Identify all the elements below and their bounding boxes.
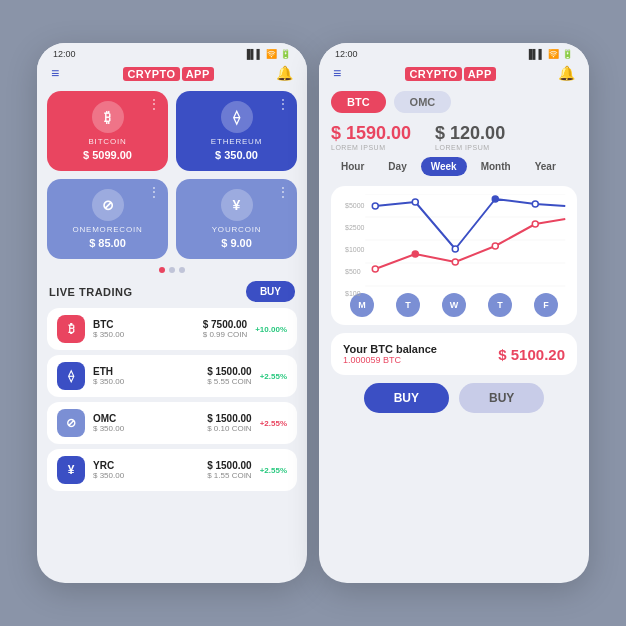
card-dots-1: ⋮: [148, 97, 160, 111]
btc-symbol: BTC: [93, 319, 195, 330]
price-block-2: $ 120.00 LOREM IPSUM: [435, 123, 505, 151]
omc-change: +2.55%: [260, 419, 287, 428]
eth-coin: $ 5.55 COIN: [207, 377, 252, 386]
tab-day[interactable]: Day: [378, 157, 416, 176]
omc-tab[interactable]: OMC: [394, 91, 452, 113]
app-header-left: ≡ CRYPTOAPP 🔔: [37, 61, 307, 87]
y-label-500: $500: [345, 268, 364, 275]
trading-item-yrc[interactable]: ¥ YRC $ 350.00 $ 1500.00 $ 1.55 COIN +2.…: [47, 449, 297, 491]
svg-point-12: [453, 259, 459, 265]
omc-info: OMC $ 350.00: [93, 413, 199, 433]
balance-box: Your BTC balance 1.000059 BTC $ 5100.20: [331, 333, 577, 375]
tab-year[interactable]: Year: [525, 157, 566, 176]
trading-item-omc[interactable]: ⊘ OMC $ 350.00 $ 1500.00 $ 0.10 COIN +2.…: [47, 402, 297, 444]
ethereum-card[interactable]: ⋮ ⟠ ETHEREUM $ 350.00: [176, 91, 297, 171]
yrc-change: +2.55%: [260, 466, 287, 475]
trading-item-btc[interactable]: ₿ BTC $ 350.00 $ 7500.00 $ 0.99 COIN +10…: [47, 308, 297, 350]
price-label-2: LOREM IPSUM: [435, 144, 505, 151]
buy-button-top[interactable]: BUY: [246, 281, 295, 302]
bitcoin-card[interactable]: ⋮ ₿ BITCOIN $ 5099.00: [47, 91, 168, 171]
svg-point-6: [413, 199, 419, 205]
dot-2: [169, 267, 175, 273]
tab-hour[interactable]: Hour: [331, 157, 374, 176]
app-badge-right: APP: [464, 67, 496, 81]
trading-item-eth[interactable]: ⟠ ETH $ 350.00 $ 1500.00 $ 5.55 COIN +2.…: [47, 355, 297, 397]
live-trading-header: LIVE TRADING BUY: [37, 277, 307, 308]
bell-icon-left[interactable]: 🔔: [276, 65, 293, 81]
svg-point-11: [413, 251, 419, 257]
status-icons-left: ▐▌▌ 🛜 🔋: [244, 49, 291, 59]
yrc-card[interactable]: ⋮ ¥ YOURCOIN $ 9.00: [176, 179, 297, 259]
btc-tab[interactable]: BTC: [331, 91, 386, 113]
eth-price: $ 1500.00: [207, 366, 252, 377]
y-label-2500: $2500: [345, 224, 364, 231]
right-phone: 12:00 ▐▌▌ 🛜 🔋 ≡ CRYPTOAPP 🔔 BTC OMC: [319, 43, 589, 583]
battery-icon: 🔋: [280, 49, 291, 59]
yrc-list-icon: ¥: [57, 456, 85, 484]
btc-sub: $ 350.00: [93, 330, 195, 339]
day-f[interactable]: F: [534, 293, 558, 317]
price-label-1: LOREM IPSUM: [331, 144, 411, 151]
eth-change: +2.55%: [260, 372, 287, 381]
day-t2[interactable]: T: [488, 293, 512, 317]
card-dots-3: ⋮: [148, 185, 160, 199]
omc-card[interactable]: ⋮ ⊘ ONEMORECOIN $ 85.00: [47, 179, 168, 259]
wifi-icon-right: 🛜: [548, 49, 559, 59]
ethereum-price: $ 350.00: [186, 149, 287, 161]
bottom-buttons: BUY BUY: [331, 383, 577, 413]
cards-grid: ⋮ ₿ BITCOIN $ 5099.00 ⋮ ⟠ ETHEREUM $ 350…: [37, 87, 307, 265]
balance-label: Your BTC balance: [343, 343, 437, 355]
tab-week[interactable]: Week: [421, 157, 467, 176]
yrc-coin: $ 1.55 COIN: [207, 471, 252, 480]
wifi-icon: 🛜: [266, 49, 277, 59]
yrc-symbol: YRC: [93, 460, 199, 471]
omc-list-icon: ⊘: [57, 409, 85, 437]
day-t1[interactable]: T: [396, 293, 420, 317]
yrc-sub: $ 350.00: [93, 471, 199, 480]
price-value-1: $ 1590.00: [331, 123, 411, 144]
omc-price: $ 1500.00: [207, 413, 252, 424]
omc-sub: $ 350.00: [93, 424, 199, 433]
omc-name: ONEMORECOIN: [57, 225, 158, 234]
yrc-info: YRC $ 350.00: [93, 460, 199, 480]
menu-icon[interactable]: ≡: [51, 65, 59, 81]
yrc-price: $ 9.00: [186, 237, 287, 249]
day-w[interactable]: W: [442, 293, 466, 317]
app-name-right: CRYPTO: [405, 67, 461, 81]
omc-symbol: OMC: [93, 413, 199, 424]
eth-symbol: ETH: [93, 366, 199, 377]
status-bar-left: 12:00 ▐▌▌ 🛜 🔋: [37, 43, 307, 61]
menu-icon-right[interactable]: ≡: [333, 65, 341, 81]
svg-point-10: [373, 266, 379, 272]
tab-month[interactable]: Month: [471, 157, 521, 176]
dot-3: [179, 267, 185, 273]
dot-1: [159, 267, 165, 273]
balance-left: Your BTC balance 1.000059 BTC: [343, 343, 437, 365]
yrc-price: $ 1500.00: [207, 460, 252, 471]
time-tabs: Hour Day Week Month Year: [331, 157, 577, 176]
eth-info: ETH $ 350.00: [93, 366, 199, 386]
chart-y-labels: $5000 $2500 $1000 $500 $100: [345, 202, 364, 297]
card-dots-4: ⋮: [277, 185, 289, 199]
app-badge-left: APP: [182, 67, 214, 81]
y-label-1000: $1000: [345, 246, 364, 253]
buy-button-primary[interactable]: BUY: [364, 383, 449, 413]
omc-price: $ 85.00: [57, 237, 158, 249]
y-label-5000: $5000: [345, 202, 364, 209]
price-value-2: $ 120.00: [435, 123, 505, 144]
app-title-left: CRYPTOAPP: [121, 66, 213, 81]
yrc-name: YOURCOIN: [186, 225, 287, 234]
bell-icon-right[interactable]: 🔔: [558, 65, 575, 81]
svg-point-14: [533, 221, 539, 227]
trading-list: ₿ BTC $ 350.00 $ 7500.00 $ 0.99 COIN +10…: [37, 308, 307, 491]
omc-price-col: $ 1500.00 $ 0.10 COIN: [207, 413, 252, 433]
buy-button-secondary[interactable]: BUY: [459, 383, 544, 413]
time-right: 12:00: [335, 49, 358, 59]
ethereum-icon: ⟠: [221, 101, 253, 133]
btc-change: +10.00%: [255, 325, 287, 334]
chart-svg: [362, 194, 569, 289]
app-header-right: ≡ CRYPTOAPP 🔔: [319, 61, 589, 87]
svg-point-8: [493, 196, 499, 202]
btc-info: BTC $ 350.00: [93, 319, 195, 339]
phone2-content: BTC OMC $ 1590.00 LOREM IPSUM $ 120.00 L…: [319, 87, 589, 583]
